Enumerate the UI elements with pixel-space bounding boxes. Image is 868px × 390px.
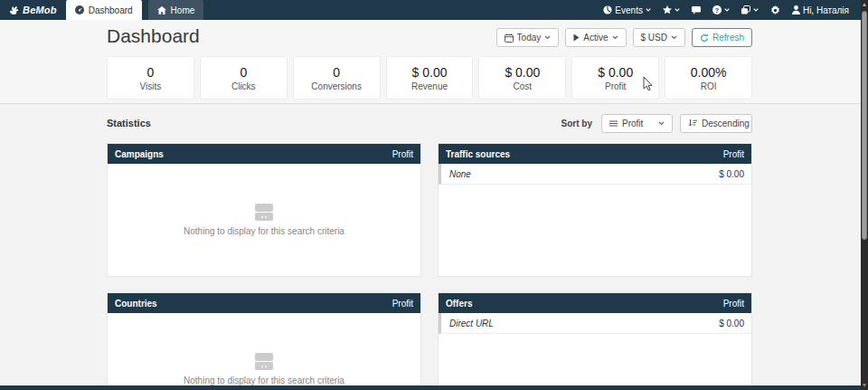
stat-label: Revenue xyxy=(411,81,448,91)
row-value: $ 0.00 xyxy=(719,169,744,179)
panel-metric-label: Profit xyxy=(723,149,744,159)
stat-value: $ 0.00 xyxy=(505,65,540,80)
stat-label: ROI xyxy=(701,81,717,91)
panel-title: Countries xyxy=(115,299,157,309)
status-filter-button[interactable]: Active xyxy=(565,28,626,47)
stat-value: 0 xyxy=(240,65,247,80)
scroll-up-arrow[interactable] xyxy=(861,0,868,9)
menu-lines-icon xyxy=(609,120,618,127)
stat-value: 0 xyxy=(147,65,155,80)
row-name: None xyxy=(449,169,471,179)
favorites-menu[interactable] xyxy=(663,5,680,14)
panel-title: Traffic sources xyxy=(446,149,510,159)
panel-offers: Offers Profit Direct URL $ 0.00 xyxy=(438,292,752,390)
empty-state: Nothing to display for this search crite… xyxy=(184,353,344,385)
star-icon xyxy=(663,5,672,14)
stat-card-revenue: $ 0.00 Revenue xyxy=(386,56,474,100)
tab-dashboard[interactable]: Dashboard xyxy=(66,0,142,20)
stat-label: Visits xyxy=(140,81,162,91)
panel-header: Traffic sources Profit xyxy=(439,144,751,164)
panel-header: Campaigns Profit xyxy=(108,144,420,164)
sort-direction-value: Descending xyxy=(702,119,750,128)
panel-metric-label: Profit xyxy=(392,149,413,159)
gauge-icon xyxy=(75,5,84,14)
stat-card-clicks: 0 Clicks xyxy=(200,56,288,100)
sort-field-select[interactable]: Profit xyxy=(601,114,673,133)
user-label: Ні, Наталія xyxy=(803,5,849,15)
home-icon xyxy=(157,6,166,14)
stat-value: $ 0.00 xyxy=(598,65,633,80)
events-menu[interactable]: Events xyxy=(603,5,651,15)
panel-traffic-sources: Traffic sources Profit None $ 0.00 xyxy=(438,143,752,277)
workspaces-menu[interactable] xyxy=(741,5,759,14)
refresh-button[interactable]: Refresh xyxy=(692,28,752,47)
panel-header: Offers Profit xyxy=(439,293,751,313)
stat-card-conversions: 0 Conversions xyxy=(293,56,381,100)
refresh-icon xyxy=(700,33,709,43)
chevron-down-icon xyxy=(646,8,651,12)
panel-header: Countries Profit xyxy=(108,293,420,313)
bemob-hand-icon xyxy=(8,5,20,15)
tab-dashboard-label: Dashboard xyxy=(89,5,133,15)
gear-icon xyxy=(770,5,780,15)
chat-button[interactable] xyxy=(692,6,701,14)
status-filter-label: Active xyxy=(583,33,608,43)
sort-field-value: Profit xyxy=(622,119,643,128)
row-value: $ 0.00 xyxy=(719,319,744,328)
empty-text: Nothing to display for this search crite… xyxy=(184,226,344,236)
empty-data-icon xyxy=(255,353,273,370)
panel-metric-label: Profit xyxy=(392,299,413,309)
chevron-down-icon xyxy=(675,8,680,12)
sort-bar: Sort by Profit Descending xyxy=(107,114,752,133)
table-row[interactable]: None $ 0.00 xyxy=(439,164,751,185)
stat-card-visits: 0 Visits xyxy=(107,56,194,100)
stat-value: $ 0.00 xyxy=(412,65,448,80)
scrollbar-thumb[interactable] xyxy=(862,11,867,240)
sort-by-label: Sort by xyxy=(561,119,592,128)
tab-home[interactable]: Home xyxy=(148,0,204,20)
chevron-down-icon xyxy=(753,8,759,12)
help-menu[interactable]: ? xyxy=(712,5,730,14)
date-range-button[interactable]: Today xyxy=(496,28,560,47)
events-label: Events xyxy=(615,5,643,15)
stat-label: Clicks xyxy=(231,81,256,91)
top-navbar: BeMob Dashboard Home Events xyxy=(0,0,861,20)
stat-card-profit: $ 0.00 Profit xyxy=(571,56,659,100)
stat-cards: 0 Visits 0 Clicks 0 Conversions $ 0.00 R… xyxy=(107,56,752,100)
chevron-down-icon xyxy=(724,8,730,12)
events-icon xyxy=(603,5,612,14)
svg-text:?: ? xyxy=(715,7,719,14)
user-icon xyxy=(792,5,800,14)
stat-value: 0.00% xyxy=(691,65,727,80)
settings-button[interactable] xyxy=(770,5,780,15)
stat-card-roi: 0.00% ROI xyxy=(665,56,752,100)
chat-icon xyxy=(692,6,701,14)
user-menu[interactable]: Ні, Наталія xyxy=(792,5,849,15)
chevron-down-icon xyxy=(658,121,665,126)
bemob-logo[interactable]: BeMob xyxy=(0,0,66,20)
stat-value: 0 xyxy=(333,65,340,80)
date-range-label: Today xyxy=(517,33,542,43)
panel-grid: Campaigns Profit Nothing to display for … xyxy=(107,143,752,390)
vertical-scrollbar[interactable] xyxy=(861,0,868,390)
chevron-down-icon xyxy=(544,35,551,40)
tab-home-label: Home xyxy=(171,5,195,15)
stat-card-cost: $ 0.00 Cost xyxy=(478,56,566,100)
stat-label: Cost xyxy=(514,81,533,91)
footer-bar xyxy=(0,385,861,390)
panel-title: Offers xyxy=(446,299,472,309)
table-row[interactable]: Direct URL $ 0.00 xyxy=(439,313,751,334)
refresh-label: Refresh xyxy=(712,33,744,43)
scroll-down-arrow[interactable] xyxy=(861,381,868,390)
sort-direction-select[interactable]: Descending xyxy=(680,114,752,133)
currency-button[interactable]: $ USD xyxy=(633,28,685,47)
chevron-down-icon xyxy=(671,35,677,40)
panel-campaigns: Campaigns Profit Nothing to display for … xyxy=(107,143,421,277)
stack-icon xyxy=(741,5,750,14)
empty-state: Nothing to display for this search crite… xyxy=(184,204,344,236)
panel-title: Campaigns xyxy=(115,149,164,159)
stat-label: Conversions xyxy=(311,81,362,91)
brand-name: BeMob xyxy=(23,5,57,15)
currency-label: $ USD xyxy=(641,33,667,43)
empty-text: Nothing to display for this search crite… xyxy=(184,376,344,385)
